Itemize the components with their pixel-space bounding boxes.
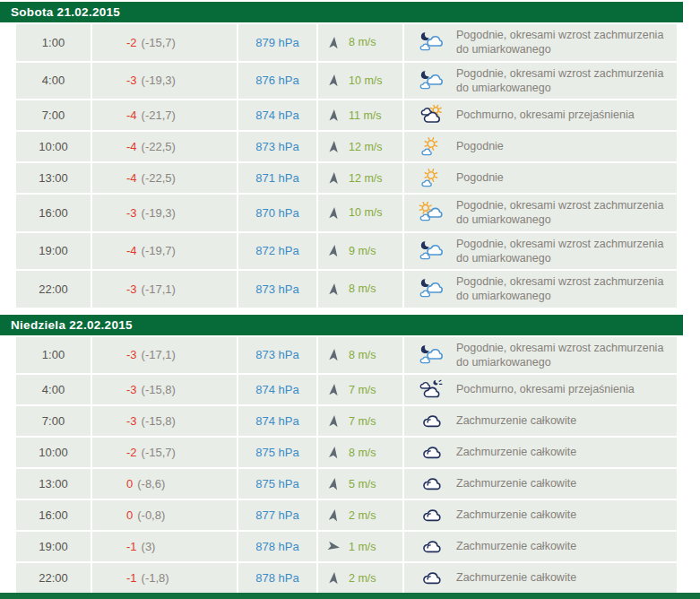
- time-value: 19:00: [39, 540, 68, 553]
- moon-clouds-icon: [417, 240, 444, 262]
- wind-cell: 8 m/s: [318, 438, 404, 467]
- weather-description: Pogodnie, okresami wzrost zachmurzenia d…: [456, 341, 677, 370]
- moon-clouds-icon: [417, 278, 444, 300]
- day-section: Sobota 21.02.2015 1:00 -2 (-15,7) 879 hP…: [0, 2, 700, 308]
- wind-cell: 7 m/s: [318, 406, 404, 436]
- time-cell: 10:00: [16, 132, 92, 161]
- temperature-cell: -1 (3): [92, 532, 238, 561]
- temperature-feels-like: (-8,6): [137, 477, 165, 490]
- weather-description: Pogodnie, okresami wzrost zachmurzenia d…: [456, 274, 677, 304]
- forecast-table: Sobota 21.02.2015 1:00 -2 (-15,7) 879 hP…: [0, 2, 700, 593]
- temperature-cell: -3 (-17,1): [92, 337, 238, 374]
- pressure-value: 877 hPa: [255, 508, 298, 522]
- weather-description: Zachmurzenie całkowite: [456, 476, 576, 490]
- temperature-value: -1: [126, 571, 137, 585]
- wind-direction-arrow-icon: [327, 206, 341, 220]
- wind-cell: 8 m/s: [318, 271, 404, 308]
- moon-clouds-icon: [417, 31, 444, 53]
- temperature-cell: -4 (-22,5): [92, 163, 238, 193]
- weather-cell: Pogodnie: [404, 163, 677, 193]
- time-cell: 4:00: [16, 63, 92, 100]
- pressure-value: 874 hPa: [255, 414, 298, 428]
- pressure-cell: 873 hPa: [238, 337, 318, 374]
- day-rows: 1:00 -3 (-17,1) 873 hPa 8 m/s Pogodnie, …: [16, 337, 677, 594]
- temperature-feels-like: (-21,7): [142, 109, 176, 122]
- temperature-value: -3: [126, 206, 137, 220]
- pressure-value: 878 hPa: [255, 540, 298, 553]
- time-cell: 22:00: [16, 563, 92, 593]
- temperature-value: -4: [126, 171, 137, 185]
- temperature-feels-like: (-15,7): [142, 36, 176, 49]
- weather-description: Zachmurzenie całkowite: [456, 539, 576, 553]
- weather-cell: Pochmurno, okresami przejaśnienia: [404, 375, 677, 404]
- temperature-value: -3: [126, 348, 137, 361]
- pressure-value: 875 hPa: [255, 446, 298, 459]
- forecast-row: 4:00 -3 (-19,3) 876 hPa 10 m/s Pogodnie,…: [16, 63, 677, 100]
- wind-direction-arrow-icon: [327, 109, 341, 122]
- time-value: 16:00: [39, 206, 68, 220]
- cloud-sun-icon: [417, 105, 444, 126]
- time-value: 22:00: [39, 282, 68, 296]
- pressure-value: 870 hPa: [255, 206, 298, 220]
- sun-clouds-icon: [417, 202, 444, 223]
- wind-cell: 9 m/s: [318, 233, 404, 270]
- forecast-row: 7:00 -4 (-21,7) 874 hPa 11 m/s Pochmurno…: [16, 100, 677, 130]
- wind-cell: 1 m/s: [318, 532, 404, 561]
- pressure-value: 873 hPa: [255, 140, 298, 153]
- temperature-feels-like: (3): [142, 540, 156, 553]
- time-cell: 13:00: [16, 469, 92, 499]
- wind-direction-arrow-icon: [327, 74, 341, 87]
- temperature-feels-like: (-17,1): [142, 282, 176, 296]
- pressure-value: 872 hPa: [255, 244, 298, 257]
- moon-clouds-icon: [417, 344, 444, 366]
- time-cell: 1:00: [16, 337, 92, 374]
- pressure-cell: 870 hPa: [238, 195, 318, 231]
- weather-description: Zachmurzenie całkowite: [456, 570, 576, 585]
- pressure-value: 876 hPa: [255, 74, 298, 87]
- temperature-cell: 0 (-8,6): [92, 469, 238, 499]
- time-cell: 22:00: [16, 271, 92, 308]
- temperature-cell: -3 (-19,3): [92, 63, 238, 100]
- time-value: 10:00: [39, 446, 68, 459]
- temperature-feels-like: (-1,8): [142, 571, 169, 585]
- overcast-icon: [417, 473, 444, 495]
- pressure-cell: 874 hPa: [238, 375, 318, 404]
- pressure-cell: 878 hPa: [238, 532, 318, 561]
- pressure-value: 871 hPa: [255, 171, 298, 185]
- temperature-value: -1: [126, 540, 137, 553]
- wind-speed-value: 5 m/s: [349, 478, 376, 490]
- pressure-value: 879 hPa: [255, 36, 298, 49]
- temperature-cell: -3 (-15,8): [92, 375, 238, 404]
- pressure-value: 878 hPa: [255, 571, 298, 585]
- forecast-row: 13:00 -4 (-22,5) 871 hPa 12 m/s Pogodnie: [16, 163, 677, 193]
- wind-cell: 8 m/s: [318, 337, 404, 374]
- wind-cell: 8 m/s: [318, 24, 404, 61]
- pressure-cell: 875 hPa: [238, 469, 318, 499]
- time-cell: 19:00: [16, 233, 92, 270]
- pressure-value: 874 hPa: [255, 109, 298, 122]
- pressure-cell: 874 hPa: [238, 100, 318, 130]
- pressure-cell: 872 hPa: [238, 233, 318, 270]
- footer-divider-bar: [0, 593, 700, 599]
- wind-speed-value: 8 m/s: [349, 282, 376, 295]
- time-cell: 7:00: [16, 100, 92, 130]
- overcast-icon: [417, 568, 444, 589]
- forecast-row: 1:00 -3 (-17,1) 873 hPa 8 m/s Pogodnie, …: [16, 337, 677, 374]
- time-value: 4:00: [42, 383, 65, 396]
- temperature-cell: -4 (-22,5): [92, 132, 238, 161]
- weather-cell: Zachmurzenie całkowite: [404, 563, 677, 593]
- forecast-row: 19:00 -1 (3) 878 hPa 1 m/s Zachmurzenie …: [16, 532, 677, 561]
- pressure-cell: 873 hPa: [238, 132, 318, 161]
- weather-cell: Pogodnie, okresami wzrost zachmurzenia d…: [404, 24, 677, 61]
- temperature-feels-like: (-15,7): [142, 446, 176, 459]
- day-section: Niedziela 22.02.2015 1:00 -3 (-17,1) 873…: [0, 315, 700, 594]
- temperature-value: -4: [126, 109, 137, 122]
- wind-speed-value: 7 m/s: [349, 384, 376, 396]
- wind-direction-arrow-icon: [327, 140, 341, 153]
- sun-icon: [417, 168, 444, 189]
- forecast-row: 19:00 -4 (-19,7) 872 hPa 9 m/s Pogodnie,…: [16, 233, 677, 270]
- weather-description: Pogodnie, okresami wzrost zachmurzenia d…: [456, 28, 677, 57]
- pressure-cell: 878 hPa: [238, 563, 318, 593]
- temperature-feels-like: (-17,1): [142, 348, 176, 361]
- forecast-row: 10:00 -2 (-15,7) 875 hPa 8 m/s Zachmurze…: [16, 438, 677, 467]
